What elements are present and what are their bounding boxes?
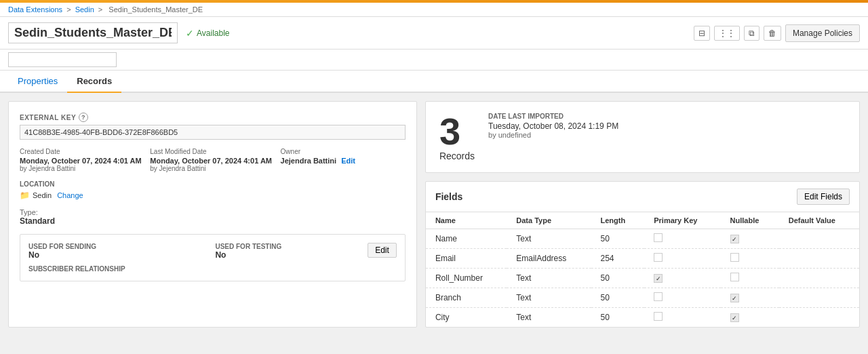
- field-data-type: Text: [507, 269, 591, 288]
- location-change-link[interactable]: Change: [57, 191, 83, 199]
- col-name: Name: [426, 212, 507, 229]
- breadcrumb: Data Extensions > Sedin > Sedin_Students…: [0, 3, 868, 17]
- check-icon: ✓: [186, 28, 194, 39]
- records-count: 3: [439, 113, 475, 151]
- date-last-by: by undefined: [488, 131, 618, 139]
- table-row: Branch Text 50 ✓: [426, 288, 859, 308]
- breadcrumb-data-extensions[interactable]: Data Extensions: [8, 5, 62, 14]
- field-length: 50: [591, 229, 645, 249]
- records-word: Records: [439, 151, 475, 161]
- field-primary-key: [644, 249, 720, 269]
- field-data-type: EmailAddress: [507, 249, 591, 269]
- created-date-value: Monday, October 07, 2024 4:01 AM: [20, 157, 144, 165]
- field-nullable: ✓: [721, 229, 779, 249]
- field-length: 50: [591, 269, 645, 288]
- field-default-value: [779, 269, 859, 288]
- date-last-label: DATE LAST IMPORTED: [488, 113, 618, 120]
- owner-value: Jejendra Battini Edit: [281, 157, 406, 165]
- field-nullable: [721, 249, 779, 269]
- modified-date-value: Monday, October 07, 2024 4:01 AM: [150, 157, 275, 165]
- field-nullable: ✓: [721, 288, 779, 308]
- manage-policies-button[interactable]: Manage Policies: [785, 24, 860, 42]
- table-row: Name Text 50 ✓: [426, 229, 859, 249]
- modified-date-by: by Jejendra Battini: [150, 165, 275, 172]
- breadcrumb-current: Sedin_Students_Master_DE: [108, 5, 203, 14]
- tab-records[interactable]: Records: [67, 71, 121, 93]
- created-date-by: by Jejendra Battini: [20, 165, 144, 172]
- field-primary-key: ✓: [644, 269, 720, 288]
- field-primary-key: [644, 308, 720, 328]
- external-key-input[interactable]: [20, 125, 406, 140]
- date-last-value: Tuesday, October 08, 2024 1:19 PM: [488, 121, 618, 131]
- field-length: 50: [591, 308, 645, 328]
- records-card: 3 Records DATE LAST IMPORTED Tuesday, Oc…: [425, 101, 860, 173]
- col-data-type: Data Type: [507, 212, 591, 229]
- col-default-value: Default Value: [779, 212, 859, 229]
- field-length: 254: [591, 249, 645, 269]
- external-key-label: EXTERNAL KEY: [20, 114, 76, 121]
- de-title-input[interactable]: [8, 22, 178, 43]
- columns-icon-btn[interactable]: ⋮⋮: [714, 26, 740, 41]
- field-data-type: Text: [507, 308, 591, 328]
- subscriber-rel-label: SUBSCRIBER RELATIONSHIP: [28, 265, 397, 273]
- field-name: Email: [426, 249, 507, 269]
- field-primary-key: [644, 229, 720, 249]
- fields-card: Fields Edit Fields Name Data Type Length…: [425, 181, 860, 328]
- breadcrumb-sedin[interactable]: Sedin: [75, 5, 94, 14]
- field-name: City: [426, 308, 507, 328]
- location-value: Sedin: [33, 191, 52, 199]
- field-name: Branch: [426, 288, 507, 308]
- usage-edit-button[interactable]: Edit: [368, 243, 397, 258]
- filter-icon-btn[interactable]: ⊟: [694, 26, 710, 41]
- table-row: Roll_Number Text 50 ✓: [426, 269, 859, 288]
- delete-icon-btn[interactable]: 🗑: [764, 26, 781, 41]
- field-default-value: [779, 249, 859, 269]
- col-length: Length: [591, 212, 645, 229]
- field-primary-key: [644, 288, 720, 308]
- left-panel: EXTERNAL KEY ? Created Date Monday, Octo…: [8, 101, 417, 328]
- table-row: City Text 50 ✓: [426, 308, 859, 328]
- location-label: LOCATION: [20, 180, 406, 188]
- folder-icon: 📁: [20, 191, 30, 200]
- field-length: 50: [591, 288, 645, 308]
- field-data-type: Text: [507, 288, 591, 308]
- fields-title: Fields: [435, 191, 462, 202]
- used-sending-value: No: [28, 250, 210, 260]
- tab-properties[interactable]: Properties: [8, 71, 67, 93]
- type-label: Type:: [20, 208, 406, 216]
- search-input[interactable]: [8, 52, 117, 67]
- edit-fields-button[interactable]: Edit Fields: [797, 189, 850, 205]
- field-name: Roll_Number: [426, 269, 507, 288]
- modified-date-label: Last Modified Date: [150, 148, 275, 155]
- col-primary-key: Primary Key: [644, 212, 720, 229]
- col-nullable: Nullable: [721, 212, 779, 229]
- field-name: Name: [426, 229, 507, 249]
- owner-label: Owner: [281, 148, 406, 155]
- field-data-type: Text: [507, 229, 591, 249]
- type-value: Standard: [20, 216, 406, 226]
- field-default-value: [779, 229, 859, 249]
- field-nullable: [721, 269, 779, 288]
- created-date-label: Created Date: [20, 148, 144, 155]
- table-row: Email EmailAddress 254: [426, 249, 859, 269]
- field-default-value: [779, 308, 859, 328]
- used-sending-label: USED FOR SENDING: [28, 243, 210, 250]
- right-panel: 3 Records DATE LAST IMPORTED Tuesday, Oc…: [425, 101, 860, 328]
- owner-edit-link[interactable]: Edit: [341, 157, 355, 165]
- copy-icon-btn[interactable]: ⧉: [744, 26, 760, 41]
- field-nullable: ✓: [721, 308, 779, 328]
- status-badge: Available: [197, 28, 229, 38]
- field-default-value: [779, 288, 859, 308]
- help-icon[interactable]: ?: [79, 113, 88, 122]
